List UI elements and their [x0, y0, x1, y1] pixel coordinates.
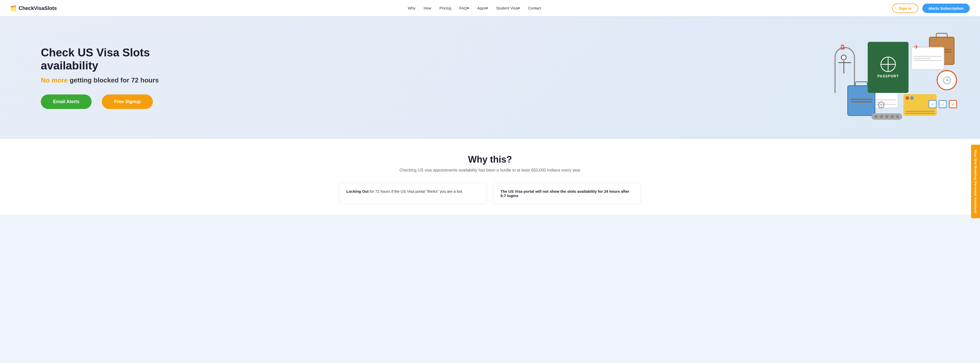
why-title: Why this? — [10, 154, 970, 165]
why-card-1-text: for 72 hours if the US Visa portal "thin… — [369, 189, 462, 194]
conveyor-dot — [880, 115, 883, 118]
nav-item-how[interactable]: How — [424, 6, 431, 11]
sidebar-assistant-button[interactable]: Visa Slot Booking Personal Assistant — [971, 145, 980, 215]
plane-ticket-icon: ✈ — [911, 47, 944, 70]
brand-logo[interactable]: 🗂️ CheckVisaSlots — [10, 5, 57, 11]
why-subtitle: Checking US visa appointments availabili… — [10, 168, 970, 173]
hero-subtitle-highlight: No more — [41, 76, 68, 84]
card-line — [905, 113, 935, 114]
why-card-2: The US Visa portal will not show the slo… — [493, 183, 641, 204]
ticket-line-short — [914, 58, 931, 59]
why-card-1-strong: Locking Out — [346, 189, 369, 194]
card-line — [905, 111, 935, 112]
conveyor-dot — [885, 115, 888, 118]
conveyor-dot — [896, 115, 899, 118]
hero-buttons: Email Alerts Free Signup — [41, 94, 173, 109]
globe-icon — [880, 57, 896, 72]
card-dot-blue — [910, 96, 914, 100]
nav-item-why[interactable]: Why — [408, 6, 415, 11]
person-icon — [841, 55, 846, 73]
alert-icon: 🚨 — [840, 45, 845, 50]
free-signup-button[interactable]: Free Signup — [102, 94, 153, 109]
suitcase-strap-line — [851, 101, 872, 102]
card-dots — [905, 96, 935, 100]
illustration-container: 🚨 PASSPORT ✈ — [832, 32, 959, 124]
nav-links: Why How Pricing FAQ▾ Apps▾ Student Visa▾… — [408, 6, 541, 11]
nav-item-faq[interactable]: FAQ▾ — [460, 6, 469, 11]
card-lines — [905, 111, 935, 114]
person-head — [841, 55, 846, 60]
hero-title: Check US Visa Slots availability — [41, 46, 173, 72]
nav-item-contact[interactable]: Contact — [528, 6, 541, 11]
signin-button[interactable]: Sign in — [892, 3, 918, 13]
ticket-line — [914, 56, 942, 57]
hero-illustration: 🚨 PASSPORT ✈ — [832, 32, 959, 124]
nav-item-pricing[interactable]: Pricing — [439, 6, 451, 11]
plane-icon: ✈ — [914, 43, 919, 51]
hero-section: Check US Visa Slots availability No more… — [0, 16, 980, 139]
clock-icon: 🕒 — [937, 70, 957, 90]
passport-icon: PASSPORT — [868, 42, 908, 93]
card-dot-red — [905, 96, 909, 100]
brand-name: CheckVisaSlots — [19, 5, 57, 11]
conveyor-belt-icon — [872, 113, 902, 120]
hero-subtitle: No more getting blocked for 72 hours — [41, 76, 173, 84]
conveyor-dot — [875, 115, 878, 118]
brand-icon: 🗂️ — [10, 5, 17, 11]
checkbox-red-icon: ✓ — [949, 100, 957, 108]
person-arms — [838, 62, 851, 63]
gear-icon: ⚙ — [877, 99, 886, 111]
why-card-2-strong: The US Visa portal will not show the slo… — [501, 189, 629, 198]
why-section: Why this? Checking US visa appointments … — [0, 139, 980, 215]
suitcase-strap-line — [851, 99, 872, 100]
nav-item-apps[interactable]: Apps▾ — [477, 6, 488, 11]
passport-label: PASSPORT — [877, 74, 899, 78]
checkbox-blue-icon: ✓ — [928, 100, 937, 108]
why-cards: Locking Out for 72 hours if the US Visa … — [10, 183, 970, 204]
nav-actions: Sign in Alerts Subscription — [892, 3, 970, 13]
checkboxes-icon: ✓ ✓ ✓ — [928, 100, 957, 108]
navbar: 🗂️ CheckVisaSlots Why How Pricing FAQ▾ A… — [0, 0, 980, 16]
nav-item-student-visa[interactable]: Student Visa▾ — [496, 6, 520, 11]
alerts-subscription-button[interactable]: Alerts Subscription — [922, 3, 970, 13]
email-alerts-button[interactable]: Email Alerts — [41, 94, 92, 109]
hero-content: Check US Visa Slots availability No more… — [41, 46, 173, 109]
hero-subtitle-rest: getting blocked for 72 hours — [68, 76, 159, 84]
checkbox-blue2-icon: ✓ — [939, 100, 947, 108]
ticket-line — [914, 60, 942, 61]
why-card-1: Locking Out for 72 hours if the US Visa … — [339, 183, 487, 204]
conveyor-dot — [891, 115, 894, 118]
